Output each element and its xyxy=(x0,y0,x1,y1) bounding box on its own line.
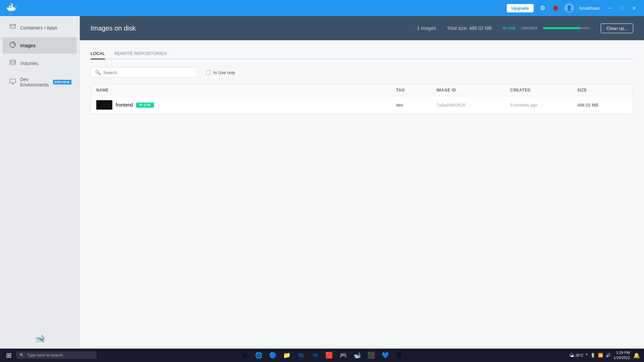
in-use-only-checkbox[interactable] xyxy=(206,70,211,75)
sidebar-item-label-dev-env: Dev Environments xyxy=(20,77,49,87)
taskbar-app-task-view[interactable]: ⧉ xyxy=(238,349,251,361)
app-body: Containers / Apps Images Volumes Dev Env… xyxy=(0,16,644,349)
sidebar: Containers / Apps Images Volumes Dev Env… xyxy=(0,16,80,349)
usage-labels: IN USE UNUSED xyxy=(502,26,538,30)
in-use-label: IN USE xyxy=(502,26,516,30)
usage-bar xyxy=(543,27,590,29)
table-header: NAME ↑ TAG IMAGE ID CREATED SIZE xyxy=(91,84,633,96)
sidebar-item-dev-environments[interactable]: Dev Environments PREVIEW xyxy=(3,73,77,92)
taskbar: ⊞ 🔍 ⧉ 🌐 🔵 📁 🛍 ✉ 🟥 🎮 🐋 ⬛ 💙 🗄 🌤 26°C ^ 🔋 📶… xyxy=(0,349,644,362)
taskbar-app-vscode[interactable]: 💙 xyxy=(379,349,392,361)
bug-icon[interactable]: 🐞 xyxy=(552,4,559,12)
temperature-label: 26°C xyxy=(575,353,584,357)
taskbar-right: 🌤 26°C ^ 🔋 📶 🔊 1:29 PM 1/19/2022 🔔 xyxy=(569,350,641,361)
taskbar-app-database[interactable]: 🗄 xyxy=(393,349,406,361)
start-button[interactable]: ⊞ xyxy=(3,349,15,361)
cleanup-button[interactable]: Clean up... xyxy=(601,23,633,33)
tab-remote-repositories[interactable]: REMOTE REPOSITORIES xyxy=(114,48,167,59)
dev-env-icon xyxy=(9,78,16,86)
taskbar-left: ⊞ 🔍 xyxy=(3,349,97,361)
taskbar-app-chrome[interactable]: 🔵 xyxy=(266,349,279,361)
minimize-button[interactable]: ─ xyxy=(605,3,614,13)
table-row[interactable]: frontend IN USE dev 7a0a16942635 9 minut… xyxy=(91,96,633,114)
titlebar-left xyxy=(5,2,17,14)
tab-local[interactable]: LOCAL xyxy=(91,48,105,59)
content-header: Images on disk 1 images Total size: 488.… xyxy=(80,16,644,40)
window-controls: ─ □ ✕ xyxy=(605,3,639,13)
total-size: Total size: 488.02 MB xyxy=(447,25,492,31)
col-header-tag[interactable]: TAG xyxy=(396,88,436,93)
usage-bar-fill xyxy=(543,27,581,29)
col-header-name[interactable]: NAME ↑ xyxy=(96,88,396,93)
search-icon: 🔍 xyxy=(95,70,101,75)
taskbar-app-terminal[interactable]: ⬛ xyxy=(365,349,378,361)
sidebar-bottom: 🐋 xyxy=(0,328,79,349)
containers-icon xyxy=(9,23,16,32)
taskbar-app-mail[interactable]: ✉ xyxy=(308,349,322,361)
battery-icon: 🔋 xyxy=(590,352,596,358)
taskbar-search-icon: 🔍 xyxy=(19,353,24,358)
upgrade-button[interactable]: Upgrade xyxy=(507,4,534,12)
weather-icon: 🌤 xyxy=(569,353,574,358)
avatar: 👤 xyxy=(565,3,574,13)
taskbar-search-input[interactable] xyxy=(27,353,93,358)
search-box: 🔍 xyxy=(91,67,198,77)
close-button[interactable]: ✕ xyxy=(629,3,639,13)
col-header-created[interactable]: CREATED xyxy=(510,88,577,93)
expand-tray-button[interactable]: ^ xyxy=(585,352,588,359)
usage-bar-container: IN USE UNUSED xyxy=(502,26,590,30)
sidebar-item-label-containers: Containers / Apps xyxy=(20,25,57,31)
images-count: 1 images xyxy=(417,25,436,31)
in-use-only-label: In Use only xyxy=(213,70,235,75)
taskbar-center: ⧉ 🌐 🔵 📁 🛍 ✉ 🟥 🎮 🐋 ⬛ 💙 🗄 xyxy=(238,349,406,361)
volumes-icon xyxy=(9,59,16,67)
svg-rect-12 xyxy=(10,79,16,83)
image-size: 488.02 MB xyxy=(577,102,628,108)
content-area: LOCAL REMOTE REPOSITORIES 🔍 In Use only xyxy=(80,40,644,349)
sidebar-item-volumes[interactable]: Volumes xyxy=(3,55,77,71)
image-id: 7a0a16942635 xyxy=(436,102,510,108)
sidebar-item-containers-apps[interactable]: Containers / Apps xyxy=(3,19,77,36)
taskbar-app-gaming[interactable]: 🎮 xyxy=(336,349,350,361)
image-name: frontend xyxy=(116,102,133,108)
taskbar-search-bar[interactable]: 🔍 xyxy=(16,352,97,359)
settings-icon[interactable]: ⚙ xyxy=(539,4,546,12)
taskbar-app-store[interactable]: 🛍 xyxy=(294,349,308,361)
main-content: Images on disk 1 images Total size: 488.… xyxy=(80,16,644,349)
header-stats: 1 images Total size: 488.02 MB IN USE UN… xyxy=(417,23,633,33)
image-name-cell: frontend IN USE xyxy=(96,100,396,110)
svg-rect-5 xyxy=(11,4,13,5)
svg-point-11 xyxy=(10,60,16,62)
svg-rect-8 xyxy=(10,24,16,25)
sidebar-item-label-volumes: Volumes xyxy=(20,61,38,66)
search-input[interactable] xyxy=(103,70,194,75)
taskbar-app-office[interactable]: 🟥 xyxy=(322,349,336,361)
current-time: 1:29 PM xyxy=(613,350,630,355)
images-icon xyxy=(9,41,16,50)
image-tag: dev xyxy=(396,102,436,108)
time-block[interactable]: 1:29 PM 1/19/2022 xyxy=(613,350,630,361)
col-header-size[interactable]: SIZE xyxy=(577,88,628,93)
taskbar-app-edge[interactable]: 🌐 xyxy=(252,349,265,361)
in-use-only-filter[interactable]: In Use only xyxy=(206,70,235,75)
taskbar-app-docker[interactable]: 🐋 xyxy=(351,349,364,361)
taskbar-app-file-explorer[interactable]: 📁 xyxy=(280,349,293,361)
unused-label: UNUSED xyxy=(521,26,538,30)
wifi-icon[interactable]: 📶 xyxy=(597,352,604,358)
col-header-image-id[interactable]: IMAGE ID xyxy=(436,88,510,93)
taskbar-system-icons: 🌤 26°C ^ 🔋 📶 🔊 xyxy=(569,352,611,359)
notification-button[interactable]: 🔔 xyxy=(632,352,641,359)
docker-logo-icon xyxy=(5,2,17,14)
images-table: NAME ↑ TAG IMAGE ID CREATED SIZE xyxy=(91,84,633,114)
svg-rect-7 xyxy=(10,25,16,28)
page-title: Images on disk xyxy=(91,24,136,32)
volume-icon[interactable]: 🔊 xyxy=(605,352,611,358)
sidebar-item-images[interactable]: Images xyxy=(3,37,77,54)
current-date: 1/19/2022 xyxy=(613,355,630,360)
maximize-button[interactable]: □ xyxy=(617,3,627,13)
in-use-badge: IN USE xyxy=(136,103,154,108)
preview-badge: PREVIEW xyxy=(53,80,71,84)
svg-rect-3 xyxy=(9,6,11,7)
image-color-box xyxy=(96,100,112,110)
image-created: 9 minutes ago xyxy=(510,102,577,108)
